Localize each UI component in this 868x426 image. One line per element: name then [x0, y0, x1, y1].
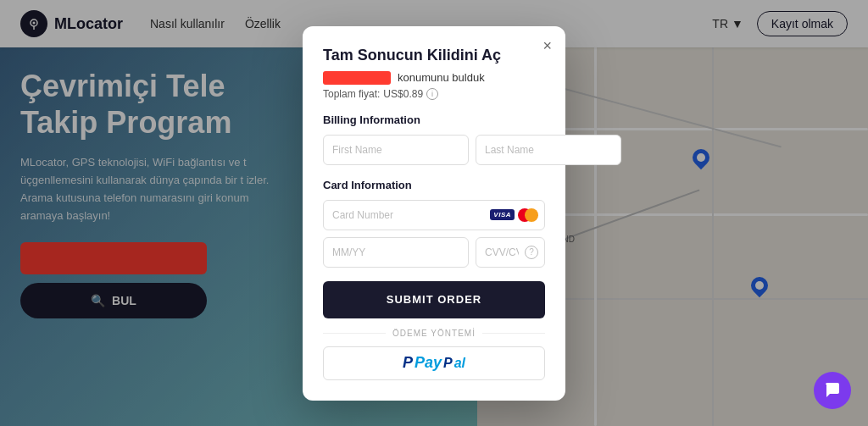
- expiry-input[interactable]: [323, 237, 469, 268]
- modal-title: Tam Sonucun Kilidini Aç: [323, 47, 545, 64]
- mc-right-circle: [525, 208, 538, 222]
- paypal-button[interactable]: P Pay P al: [323, 346, 545, 380]
- paypal-logo: P Pay P al: [403, 354, 465, 372]
- card-section-label: Card Information: [323, 179, 545, 191]
- close-button[interactable]: ×: [542, 38, 552, 53]
- name-row: [323, 135, 545, 165]
- paypal-icon-p: P: [403, 354, 413, 372]
- total-price-row: Toplam fiyat: US$0.89 i: [323, 88, 545, 100]
- info-icon: i: [426, 88, 438, 100]
- paypal-icon-p2: Pay: [415, 354, 442, 372]
- total-label: Toplam fiyat:: [323, 88, 380, 100]
- divider-line-left: [323, 333, 386, 334]
- divider: ÖDEME YÖNTEMİ: [323, 329, 545, 338]
- divider-text: ÖDEME YÖNTEMİ: [392, 329, 476, 338]
- mastercard-icon: [518, 208, 538, 222]
- card-number-wrapper: VISA: [323, 200, 545, 230]
- payment-modal: × Tam Sonucun Kilidini Aç konumunu buldu…: [303, 26, 565, 401]
- paypal-text-1: P: [443, 356, 453, 371]
- cvv-info-icon: ?: [525, 246, 538, 259]
- card-extra-row: ?: [323, 237, 545, 268]
- billing-section-label: Billing Information: [323, 113, 545, 126]
- visa-icon: VISA: [490, 209, 515, 220]
- chat-widget[interactable]: [814, 372, 851, 409]
- paypal-text-2: al: [454, 356, 465, 371]
- location-text: konumunu bulduk: [398, 71, 485, 84]
- divider-line-right: [482, 333, 545, 334]
- total-value: US$0.89: [383, 88, 423, 100]
- location-row: konumunu bulduk: [323, 71, 545, 85]
- first-name-input[interactable]: [323, 135, 469, 165]
- card-brand-icons: VISA: [490, 208, 538, 222]
- submit-order-button[interactable]: SUBMIT ORDER: [323, 281, 545, 318]
- location-redacted: [323, 71, 391, 85]
- last-name-input[interactable]: [476, 135, 621, 165]
- cvv-wrapper: ?: [476, 237, 545, 268]
